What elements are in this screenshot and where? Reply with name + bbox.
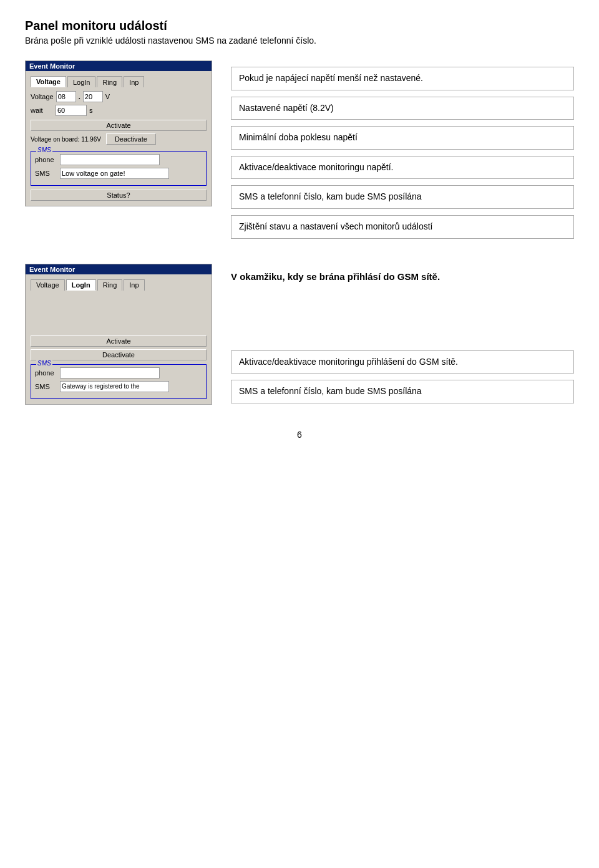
status-button-1[interactable]: Status? bbox=[31, 190, 207, 201]
voltage-input-2[interactable] bbox=[83, 91, 103, 102]
vob-text: Voltage on board: 11.96V bbox=[31, 136, 101, 143]
sms-text-input-1[interactable] bbox=[60, 168, 169, 179]
tab-ring-1[interactable]: Ring bbox=[97, 76, 122, 87]
vob-row: Voltage on board: 11.96V Deactivate bbox=[31, 133, 207, 145]
wait-input[interactable] bbox=[56, 105, 87, 116]
annotation-napeti: Pokud je napájecí napětí menší než nasta… bbox=[231, 67, 574, 90]
phone-input-1[interactable] bbox=[60, 154, 160, 165]
phone-label-2: phone bbox=[35, 369, 57, 377]
annotation-nastavene: Nastavené napětí (8.2V) bbox=[231, 97, 574, 120]
sms-field-label-1: SMS bbox=[35, 170, 57, 177]
sms-field-label-2: SMS bbox=[35, 383, 57, 390]
wait-row: wait s bbox=[31, 105, 207, 116]
page-number: 6 bbox=[25, 430, 574, 440]
voltage-row: Voltage . V bbox=[31, 91, 207, 102]
phone-row-2: phone bbox=[35, 367, 202, 379]
panel-title-2: Event Monitor bbox=[29, 266, 75, 273]
activate-deactivate-group-1: Activate Voltage on board: 11.96V Deacti… bbox=[31, 120, 207, 147]
tab-login-1[interactable]: LogIn bbox=[67, 76, 96, 87]
event-monitor-panel-1: Event Monitor Voltage LogIn Ring Inp Vol… bbox=[25, 60, 212, 206]
panel-title-1: Event Monitor bbox=[29, 62, 75, 70]
event-monitor-panel-2: Event Monitor Voltage LogIn Ring Inp Act… bbox=[25, 264, 212, 405]
annotation-aktivace-1: Aktivace/deaktivace monitoringu napětí. bbox=[231, 156, 574, 180]
sms-row-1: SMS bbox=[35, 168, 202, 179]
tab-inp-2[interactable]: Inp bbox=[124, 279, 144, 291]
voltage-unit: V bbox=[105, 93, 110, 100]
phone-input-2[interactable] bbox=[60, 367, 160, 379]
activate-button-2[interactable]: Activate bbox=[31, 335, 207, 347]
tab-ring-2[interactable]: Ring bbox=[97, 279, 123, 291]
tab-inp-1[interactable]: Inp bbox=[124, 76, 144, 87]
annotation-sms-1: SMS a telefonní číslo, kam bude SMS posí… bbox=[231, 185, 574, 209]
annotation-minimalni: Minimální doba poklesu napětí bbox=[231, 126, 574, 150]
login-content-area bbox=[31, 294, 207, 332]
wait-label: wait bbox=[31, 107, 53, 114]
tab-row-2: Voltage LogIn Ring Inp bbox=[31, 279, 207, 291]
phone-row-1: phone bbox=[35, 154, 202, 165]
activate-button-1[interactable]: Activate bbox=[31, 120, 207, 131]
sms-section-label-2: SMS bbox=[36, 360, 52, 367]
section-heading-2: V okamžiku, kdy se brána přihlásí do GSM… bbox=[231, 270, 574, 283]
voltage-input-1[interactable] bbox=[56, 91, 76, 102]
deactivate-button-2[interactable]: Deactivate bbox=[31, 349, 207, 360]
tab-login-2[interactable]: LogIn bbox=[66, 279, 96, 291]
page-header: Panel monitoru událostí Brána pošle při … bbox=[25, 19, 574, 46]
deactivate-button-1[interactable]: Deactivate bbox=[106, 133, 156, 145]
sms-text-input-2[interactable] bbox=[60, 381, 169, 392]
sms-section-1: SMS phone SMS bbox=[31, 151, 207, 186]
panel-titlebar-1: Event Monitor bbox=[26, 61, 212, 71]
tab-voltage-2[interactable]: Voltage bbox=[31, 279, 65, 291]
page-subtitle: Brána pošle při vzniklé události nastave… bbox=[25, 36, 574, 46]
sms-row-2: SMS bbox=[35, 381, 202, 392]
voltage-label: Voltage bbox=[31, 93, 54, 100]
annotation-aktivace-2: Aktivace/deaktivace monitoringu přihláše… bbox=[231, 350, 574, 374]
sms-section-label-1: SMS bbox=[36, 147, 52, 153]
annotations-section-1: Pokud je napájecí napětí menší než nasta… bbox=[231, 60, 574, 239]
phone-label-1: phone bbox=[35, 156, 57, 163]
annotations-section-2: V okamžiku, kdy se brána přihlásí do GSM… bbox=[231, 264, 574, 403]
sms-section-2: SMS phone SMS bbox=[31, 364, 207, 399]
annotation-sms-2: SMS a telefonní číslo, kam bude SMS posí… bbox=[231, 380, 574, 403]
tab-voltage-1[interactable]: Voltage bbox=[31, 76, 66, 87]
page-title: Panel monitoru událostí bbox=[25, 19, 574, 33]
tab-row-1: Voltage LogIn Ring Inp bbox=[31, 76, 207, 87]
panel-titlebar-2: Event Monitor bbox=[26, 264, 212, 274]
activate-deactivate-group-2: Activate Deactivate bbox=[31, 335, 207, 360]
annotation-zjisteni: Zjištění stavu a nastavení všech monitor… bbox=[231, 215, 574, 239]
wait-unit: s bbox=[89, 107, 93, 114]
